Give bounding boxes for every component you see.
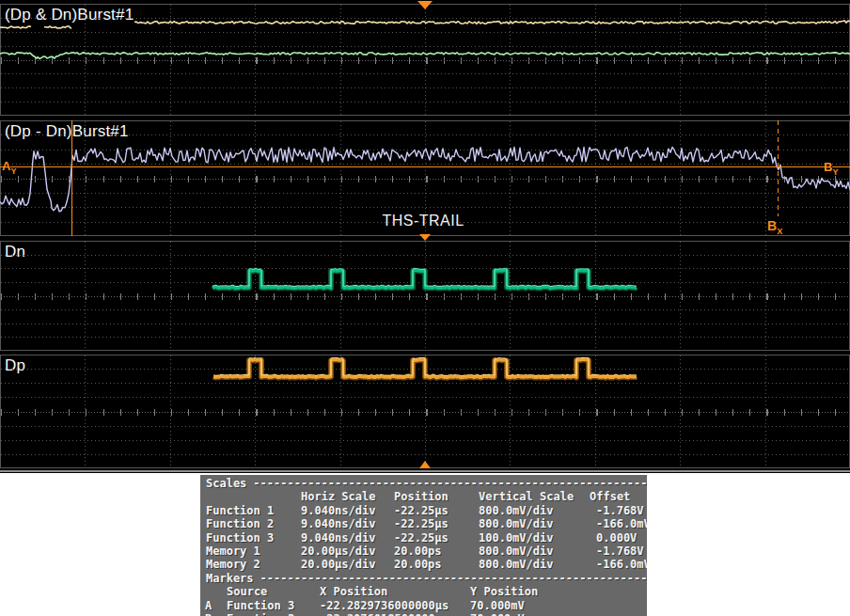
- markers-rows: AFunction 3-22.2829736000000µs70.000mVBF…: [200, 599, 647, 616]
- gridline-h: [1, 207, 849, 208]
- waveform-display: (Dp & Dn)Burst#1 (Dp - Dn)Burst#1 Dn Dp …: [0, 0, 850, 473]
- gridline-h: [1, 46, 849, 47]
- table-cell: 800.0mV/div: [479, 545, 553, 558]
- gridline-h: [1, 383, 849, 384]
- oscilloscope-screen: (Dp & Dn)Burst#1 (Dp - Dn)Burst#1 Dn Dp …: [0, 0, 850, 616]
- table-cell: Function 2: [206, 517, 274, 530]
- panel-label: Dp: [5, 356, 25, 375]
- table-cell: Function 3: [206, 531, 274, 545]
- table-cell: -166.0mV: [596, 558, 647, 571]
- trigger-position-top-icon[interactable]: [417, 1, 433, 9]
- ths-trail-annotation: THS-TRAIL: [382, 213, 464, 229]
- marker-a-x-line[interactable]: [71, 120, 72, 236]
- table-cell: 20.00µs/div: [301, 558, 375, 571]
- scales-row: Function 19.040ns/div-22.25µs800.0mV/div…: [200, 504, 647, 517]
- center-axis-line: [1, 296, 849, 297]
- marker-ay-label[interactable]: AY: [2, 159, 16, 176]
- gridline-h: [1, 454, 849, 455]
- table-cell: -22.2829736000000µs: [320, 599, 449, 612]
- table-cell: Memory 2: [206, 558, 260, 571]
- center-axis-line: [1, 179, 849, 180]
- gridline-h: [1, 73, 849, 74]
- table-cell: Function 1: [206, 504, 274, 517]
- gridline-h: [1, 32, 849, 33]
- gridline-h: [1, 426, 849, 427]
- table-cell: A: [205, 599, 212, 612]
- scales-rows: Function 19.040ns/div-22.25µs800.0mV/div…: [200, 504, 647, 572]
- panel-label: Dn: [5, 243, 25, 261]
- panel-label: (Dp & Dn)Burst#1: [5, 6, 134, 24]
- table-cell: 70.000mV: [470, 612, 525, 616]
- table-cell: Function 3: [227, 599, 294, 612]
- table-cell: -22.25µs: [394, 517, 449, 530]
- gridline-h: [1, 150, 849, 150]
- table-cell: Y Position: [470, 585, 538, 598]
- table-cell: 20.00ps: [394, 545, 442, 558]
- table-cell: 800.0mV/div: [479, 558, 553, 571]
- table-cell: -1.768V: [596, 504, 644, 517]
- marker-bx-label[interactable]: BX: [767, 218, 782, 236]
- table-cell: -22.25µs: [394, 504, 449, 517]
- gridline-h: [1, 397, 849, 398]
- table-cell: Source: [227, 585, 267, 598]
- screen-frame-line: [0, 470, 850, 472]
- scales-section-title: Scales----------------------------------…: [200, 477, 647, 490]
- table-cell: X Position: [320, 585, 387, 598]
- gridline-h: [1, 255, 849, 256]
- scales-row: Memory 220.00µs/div20.00ps800.0mV/div-16…: [200, 558, 647, 571]
- table-cell: 9.040ns/div: [301, 504, 375, 517]
- measurement-info-panel: Scales----------------------------------…: [200, 475, 647, 616]
- gridline-h: [1, 193, 849, 194]
- center-axis-line: [1, 60, 849, 61]
- grid-panel-dp: Dp: [0, 355, 850, 468]
- center-axis-line: [1, 412, 849, 413]
- marker-y-level-line[interactable]: [0, 166, 850, 167]
- table-cell: -22.2076018500000µs: [320, 612, 449, 616]
- table-cell: 9.040ns/div: [301, 531, 375, 545]
- gridline-h: [1, 337, 849, 338]
- scales-row: Function 29.040ns/div-22.25µs800.0mV/div…: [200, 517, 647, 530]
- table-cell: Memory 1: [206, 545, 260, 558]
- gridline-h: [1, 268, 849, 269]
- table-cell: Function 3: [227, 612, 294, 616]
- gridline-h: [1, 309, 849, 310]
- gridline-h: [1, 164, 849, 165]
- markers-section-title: Markers---------------------------------…: [200, 572, 647, 585]
- gridline-h: [1, 134, 849, 135]
- scales-row: Function 39.040ns/div-22.25µs100.0mV/div…: [200, 531, 647, 545]
- grid-panel-dn: Dn: [0, 241, 850, 351]
- table-cell: -166.0mV: [596, 517, 647, 530]
- trigger-position-bottom-icon[interactable]: [419, 461, 431, 468]
- table-cell: 9.040ns/div: [301, 517, 375, 530]
- table-cell: -22.25µs: [394, 531, 449, 545]
- bottom-strip: Scales----------------------------------…: [0, 473, 850, 616]
- grid-panel-dp-and-dn-burst: (Dp & Dn)Burst#1: [0, 4, 850, 116]
- gridline-h: [1, 102, 849, 103]
- gridline-h: [1, 324, 849, 324]
- table-cell: Horiz Scale: [301, 490, 375, 503]
- markers-header-row: SourceX PositionY Position: [200, 585, 647, 598]
- table-cell: 70.000mV: [470, 599, 525, 612]
- table-cell: Offset: [590, 490, 630, 503]
- gridline-h: [1, 369, 849, 370]
- marker-row: AFunction 3-22.2829736000000µs70.000mV: [200, 599, 647, 612]
- table-cell: 20.00ps: [394, 558, 442, 571]
- scales-header-row: Horiz ScalePositionVertical ScaleOffset: [200, 490, 647, 503]
- gridline-h: [1, 87, 849, 88]
- trigger-position-mid-icon[interactable]: [419, 234, 431, 241]
- table-cell: Vertical Scale: [479, 490, 574, 503]
- gridline-h: [1, 440, 849, 441]
- table-cell: 100.0mV/div: [479, 531, 553, 545]
- scales-row: Memory 120.00µs/div20.00ps800.0mV/div-1.…: [200, 545, 647, 558]
- table-cell: B: [205, 612, 212, 616]
- table-cell: -1.768V: [596, 545, 644, 558]
- marker-by-label[interactable]: BY: [824, 160, 838, 177]
- table-cell: 20.00µs/div: [301, 545, 375, 558]
- table-cell: 800.0mV/div: [479, 517, 553, 530]
- panel-label: (Dp - Dn)Burst#1: [5, 122, 129, 141]
- table-cell: Position: [394, 490, 449, 503]
- table-cell: 0.000V: [596, 531, 637, 545]
- marker-b-x-line[interactable]: [778, 120, 779, 216]
- marker-row: BFunction 3-22.2076018500000µs70.000mV: [200, 612, 647, 616]
- table-cell: 800.0mV/div: [479, 504, 553, 517]
